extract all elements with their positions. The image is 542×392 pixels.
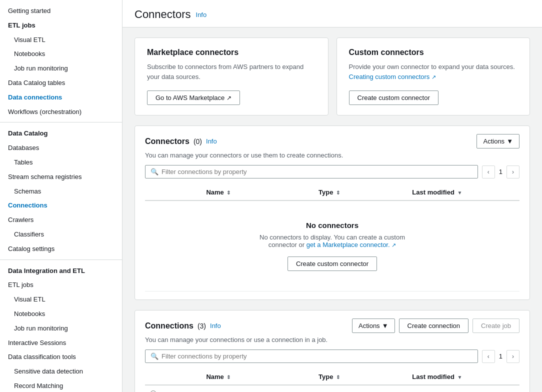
sidebar-item-data-integration-hdr: Data Integration and ETL [0, 264, 122, 278]
connections-col-name[interactable]: Name ⇕ [201, 369, 314, 385]
main-content: Connectors Info Marketplace connectors S… [122, 0, 542, 392]
create-custom-connector-card-button[interactable]: Create custom connector [349, 90, 438, 105]
marketplace-card: Marketplace connectors Subscribe to conn… [134, 38, 328, 116]
sidebar-item-data-classification[interactable]: Data classification tools [0, 350, 122, 364]
connections-panel-title: Connections [145, 322, 194, 330]
sidebar-item-getting-started[interactable]: Getting started [0, 4, 122, 18]
create-connection-button[interactable]: Create connection [399, 318, 469, 333]
connectors-empty-cell: No connectors No connectors to display. … [145, 200, 520, 292]
connectors-filter-row: 🔍 ‹ 1 › [145, 165, 520, 178]
marketplace-card-desc: Subscribe to connectors from AWS partner… [147, 62, 316, 82]
marketplace-card-title: Marketplace connectors [147, 48, 316, 57]
connectors-info-link[interactable]: Info [206, 138, 217, 145]
sidebar-item-data-catalog-tables[interactable]: Data Catalog tables [0, 76, 122, 90]
page-info-link[interactable]: Info [196, 11, 207, 18]
sidebar-item-connections-nav[interactable]: Connections [0, 198, 122, 213]
content-area: Marketplace connectors Subscribe to conn… [122, 28, 542, 392]
connections-filter-input-wrap[interactable]: 🔍 [145, 350, 478, 363]
sidebar-item-visual-etl2[interactable]: Visual ETL [0, 292, 122, 307]
create-custom-connector-empty-button[interactable]: Create custom connector [288, 256, 377, 271]
connectors-prev-page-button[interactable]: ‹ [482, 166, 495, 178]
sidebar-item-job-run-monitoring[interactable]: Job run monitoring [0, 62, 122, 76]
custom-connectors-card: Custom connectors Provide your own conne… [336, 38, 530, 116]
no-connectors-desc: No connectors to display. You can create… [160, 234, 504, 248]
row-type-cell: JDBC [314, 385, 407, 392]
connections-pagination: ‹ 1 › [482, 350, 520, 363]
connections-panel-actions: Actions ▼ Create connection Create job [352, 318, 520, 333]
external-link-icon2: ↗ [432, 74, 436, 80]
sidebar-item-workflows[interactable]: Workflows (orchestration) [0, 105, 122, 120]
cards-row: Marketplace connectors Subscribe to conn… [134, 38, 530, 116]
row-name-cell: Snowflake Jdbc connection [201, 385, 314, 392]
go-to-marketplace-button[interactable]: Go to AWS Marketplace ↗ [147, 90, 240, 105]
sidebar: Getting startedETL jobsVisual ETLNoteboo… [0, 0, 122, 392]
connections-panel-desc: You can manage your connections or use a… [145, 336, 520, 344]
ext-icon-connectors: ↗ [392, 242, 396, 248]
create-job-button[interactable]: Create job [472, 318, 520, 333]
name-sort-icon: ⇕ [226, 190, 230, 196]
connectors-panel-desc: You can manage your connectors or use th… [145, 152, 520, 159]
connectors-pagination: ‹ 1 › [482, 166, 520, 178]
sidebar-item-crawlers[interactable]: Crawlers [0, 213, 122, 228]
connectors-col-modified[interactable]: Last modified ▼ [407, 184, 520, 200]
conn-name-sort-icon: ⇕ [226, 374, 230, 380]
actions-chevron-icon: ▼ [506, 138, 513, 145]
connections-panel-header: Connections (3) Info Actions ▼ Create co… [145, 318, 520, 333]
sidebar-item-tables[interactable]: Tables [0, 156, 122, 170]
connections-col-modified[interactable]: Last modified ▼ [407, 369, 520, 385]
connectors-actions-button[interactable]: Actions ▼ [476, 134, 520, 148]
connections-prev-page-button[interactable]: ‹ [482, 350, 495, 363]
connectors-table: Name ⇕ Type ⇕ Last modified ▼ [145, 184, 520, 292]
connectors-panel-actions: Actions ▼ [476, 134, 520, 148]
connections-table-body: Snowflake Jdbc connectionJDBCMar 12, 202… [145, 385, 520, 392]
sidebar-item-catalog-settings[interactable]: Catalog settings [0, 242, 122, 256]
connectors-count: (0) [194, 138, 202, 146]
connections-panel: Connections (3) Info Actions ▼ Create co… [134, 310, 530, 392]
type-sort-icon: ⇕ [336, 190, 340, 196]
row-checkbox-cell [145, 385, 201, 392]
connections-page-number: 1 [497, 352, 504, 360]
sidebar-item-etl-jobs[interactable]: ETL jobs [0, 18, 122, 33]
connectors-filter-input[interactable] [162, 168, 472, 176]
connectors-col-name[interactable]: Name ⇕ [201, 184, 314, 200]
external-link-icon: ↗ [226, 94, 232, 102]
sidebar-item-notebooks2[interactable]: Notebooks [0, 307, 122, 322]
sidebar-divider [0, 122, 122, 122]
sidebar-item-data-catalog-hdr: Data Catalog [0, 126, 122, 141]
connections-actions-button[interactable]: Actions ▼ [352, 318, 395, 333]
connectors-next-page-button[interactable]: › [506, 166, 520, 178]
sidebar-item-databases[interactable]: Databases [0, 141, 122, 156]
sidebar-item-interactive-sessions[interactable]: Interactive Sessions [0, 336, 122, 350]
connections-filter-input[interactable] [162, 352, 472, 360]
custom-card-title: Custom connectors [349, 48, 518, 57]
connections-table-header-row: Name ⇕ Type ⇕ Last modified ▼ [145, 369, 520, 385]
sidebar-item-stream-schema[interactable]: Stream schema registries [0, 170, 122, 184]
sidebar-item-job-run-monitoring2[interactable]: Job run monitoring [0, 322, 122, 336]
sidebar-item-etl-jobs2[interactable]: ETL jobs [0, 278, 122, 292]
conn-type-sort-icon: ⇕ [336, 374, 340, 380]
sidebar-item-sensitive-data[interactable]: Sensitive data detection [0, 364, 122, 379]
creating-custom-connectors-link[interactable]: Creating custom connectors ↗ [349, 73, 436, 80]
connections-search-icon: 🔍 [150, 352, 158, 360]
page-header: Connectors Info [122, 0, 542, 28]
sidebar-item-record-matching[interactable]: Record Matching [0, 379, 122, 392]
sidebar-item-schemas[interactable]: Schemas [0, 184, 122, 199]
sidebar-item-data-connections[interactable]: Data connections [0, 90, 122, 105]
connections-table: Name ⇕ Type ⇕ Last modified ▼ [145, 369, 520, 392]
connections-title-row: Connections (3) Info [145, 322, 221, 330]
marketplace-connector-link[interactable]: get a Marketplace connector. ↗ [306, 241, 396, 248]
connections-col-type[interactable]: Type ⇕ [314, 369, 407, 385]
page-title: Connectors [134, 8, 191, 21]
table-row: Snowflake Jdbc connectionJDBCMar 12, 202… [145, 385, 520, 392]
no-connectors-title: No connectors [160, 221, 504, 230]
connectors-col-type[interactable]: Type ⇕ [314, 184, 407, 200]
connections-next-page-button[interactable]: › [506, 350, 520, 363]
sidebar-item-notebooks[interactable]: Notebooks [0, 47, 122, 62]
sidebar-item-classifiers[interactable]: Classifiers [0, 228, 122, 242]
connectors-title-row: Connectors (0) Info [145, 137, 217, 146]
connectors-empty-state: No connectors No connectors to display. … [150, 206, 514, 286]
connectors-panel: Connectors (0) Info Actions ▼ You can ma… [134, 126, 530, 300]
sidebar-item-visual-etl[interactable]: Visual ETL [0, 33, 122, 48]
connections-info-link[interactable]: Info [210, 322, 221, 330]
connectors-filter-input-wrap[interactable]: 🔍 [145, 165, 478, 178]
